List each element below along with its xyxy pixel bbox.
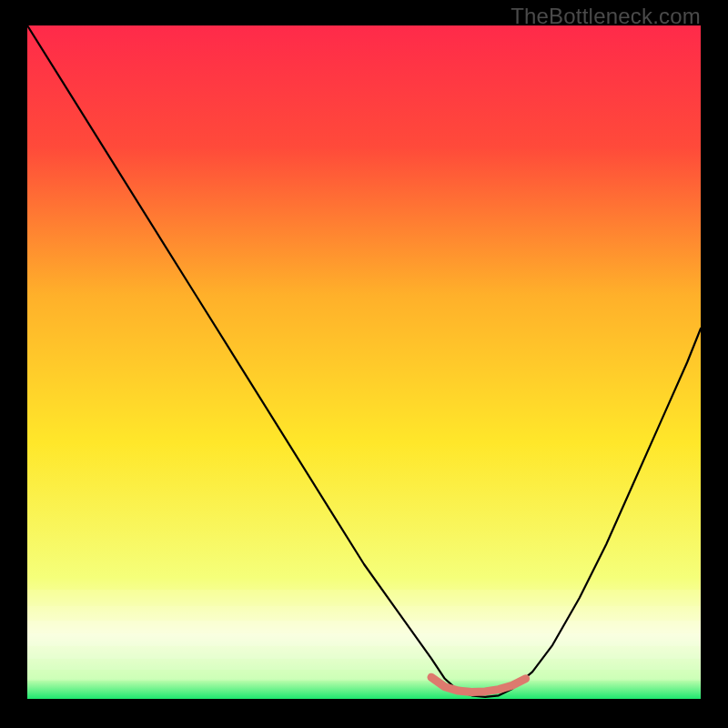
svg-rect-0 [27,590,701,606]
svg-rect-1 [27,606,701,621]
chart-frame: TheBottleneck.com [0,0,728,728]
chart-svg [27,25,701,699]
plot-area [27,25,701,699]
svg-rect-3 [27,633,701,646]
svg-rect-6 [27,670,701,681]
bottom-bands [27,590,701,681]
svg-rect-5 [27,659,701,670]
svg-rect-2 [27,621,701,633]
svg-rect-4 [27,646,701,659]
